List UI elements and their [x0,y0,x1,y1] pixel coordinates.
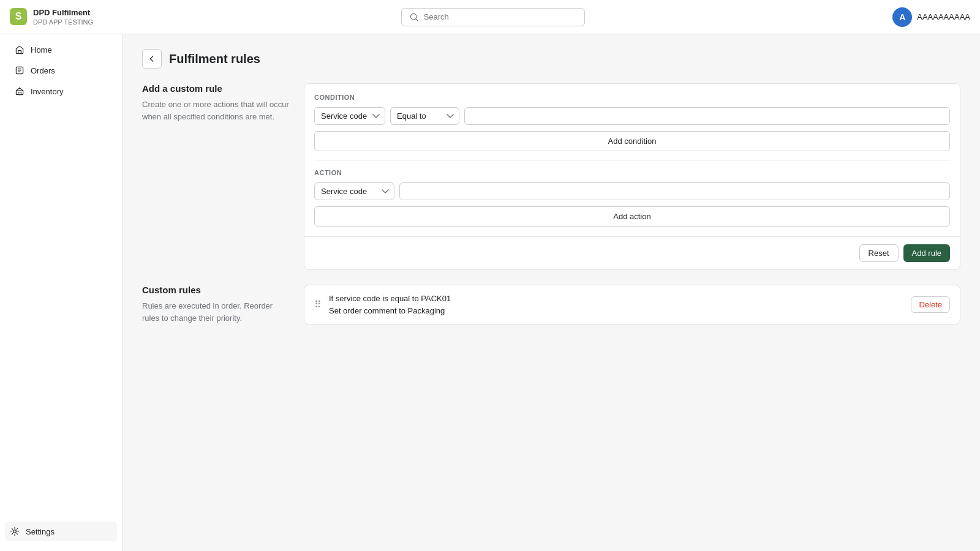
store-name: AAAAAAAAAA [917,12,970,21]
sidebar-item-inventory[interactable]: Inventory [5,81,117,101]
page-title: Fulfilment rules [169,52,260,66]
app-subtitle: DPD APP TESTING [33,18,93,26]
add-rule-title: Add a custom rule [142,83,289,94]
rule-left: ⠿ If service code is equal to PACK01 Set… [314,293,451,317]
sidebar-bottom: Settings [0,517,122,546]
page-header: Fulfilment rules [142,49,960,69]
add-action-button[interactable]: Add action [314,206,950,227]
layout: Home Orders Inventory [0,34,980,551]
card-footer: Reset Add rule [304,236,960,269]
topbar-right: A AAAAAAAAAA [892,7,970,27]
condition-value-input[interactable] [464,107,950,125]
add-rule-desc: Create one or more actions that will occ… [142,99,289,122]
topbar: S DPD Fulfilment DPD APP TESTING A AAAAA… [0,0,980,34]
main-content: Fulfilment rules Add a custom rule Creat… [123,34,980,551]
sidebar: Home Orders Inventory [0,34,123,551]
delete-rule-button[interactable]: Delete [911,296,950,313]
condition-section: CONDITION Service code Order total Weigh… [314,94,950,151]
inventory-icon [15,86,24,96]
search-input[interactable] [424,12,577,21]
custom-rules-desc: Rules are executed in order. Reorder rul… [142,300,289,324]
add-rule-card: CONDITION Service code Order total Weigh… [304,83,960,270]
table-row: ⠿ If service code is equal to PACK01 Set… [304,285,960,324]
action-section: ACTION Service code Order comment Weight… [314,169,950,227]
sidebar-item-inventory-label: Inventory [31,87,63,96]
custom-rules-left-panel: Custom rules Rules are executed in order… [142,285,289,324]
add-rule-left-panel: Add a custom rule Create one or more act… [142,83,289,270]
custom-rules-title: Custom rules [142,285,289,295]
topbar-left: S DPD Fulfilment DPD APP TESTING [10,8,93,26]
sidebar-nav: Home Orders Inventory [0,39,122,102]
reset-button[interactable]: Reset [859,244,899,262]
action-value-input[interactable] [399,182,950,200]
settings-label: Settings [26,527,55,536]
home-icon [15,45,24,54]
add-rule-section: Add a custom rule Create one or more act… [142,83,960,270]
condition-field-select[interactable]: Service code Order total Weight Country [314,107,385,125]
sidebar-item-home-label: Home [31,45,52,54]
sidebar-item-home[interactable]: Home [5,40,117,59]
shopify-logo: S [10,8,27,25]
svg-rect-2 [16,91,23,94]
add-condition-button[interactable]: Add condition [314,131,950,151]
sidebar-item-orders-label: Orders [31,66,55,75]
app-info: DPD Fulfilment DPD APP TESTING [33,8,93,26]
svg-point-4 [13,530,17,533]
gear-icon [10,527,20,536]
rule-action-line: Set order comment to Packaging [329,305,451,317]
search-bar[interactable] [401,8,585,26]
section-divider [314,160,950,160]
action-label: ACTION [314,169,950,176]
app-name: DPD Fulfilment [33,8,93,18]
back-button[interactable] [142,49,162,69]
sidebar-item-orders[interactable]: Orders [5,61,117,80]
action-field-select[interactable]: Service code Order comment Weight [314,182,394,200]
condition-operator-select[interactable]: Equal to Not equal to Contains Greater t… [390,107,459,125]
condition-row: Service code Order total Weight Country … [314,107,950,125]
back-icon [148,54,156,63]
action-row: Service code Order comment Weight [314,182,950,200]
sidebar-settings[interactable]: Settings [5,522,117,541]
custom-rules-section: Custom rules Rules are executed in order… [142,285,960,324]
add-rule-card-inner: CONDITION Service code Order total Weigh… [304,84,960,236]
orders-icon [15,66,24,75]
drag-handle-icon[interactable]: ⠿ [314,299,322,310]
rule-text: If service code is equal to PACK01 Set o… [329,293,451,317]
condition-label: CONDITION [314,94,950,101]
search-icon [409,12,419,22]
rule-condition-line: If service code is equal to PACK01 [329,293,451,305]
avatar: A [892,7,912,27]
add-rule-button[interactable]: Add rule [903,244,950,262]
rules-card: ⠿ If service code is equal to PACK01 Set… [304,285,960,324]
